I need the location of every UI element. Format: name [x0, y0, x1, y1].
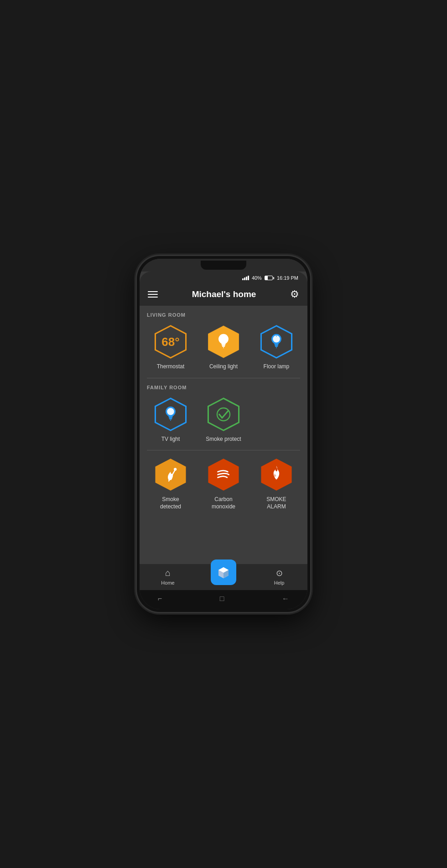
battery-percent: 40%	[252, 275, 262, 281]
svg-point-23	[167, 408, 174, 415]
floor-lamp-hex	[259, 324, 294, 360]
battery-icon	[265, 276, 274, 280]
content-area: LIVING ROOM 68° Thermostat	[140, 306, 307, 564]
svg-rect-12	[275, 345, 278, 345]
bottom-nav: ⌂ Home ⊙ Help	[140, 564, 307, 590]
floor-lamp-label: Floor lamp	[264, 363, 290, 371]
living-room-devices: 68° Thermostat	[147, 324, 300, 375]
thermostat-label: Thermostat	[157, 363, 185, 371]
svg-rect-13	[275, 346, 278, 347]
svg-point-28	[174, 468, 177, 471]
smoke-protect-device[interactable]: Smoke protect	[200, 397, 247, 443]
thermostat-hex: 68°	[153, 324, 188, 360]
help-nav-item[interactable]: ⊙ Help	[265, 568, 293, 586]
thermostat-device[interactable]: 68° Thermostat	[147, 324, 194, 371]
phone-screen: 40% 16:19 PM Michael's home ⚙ LIVING ROO…	[140, 259, 307, 609]
hamburger-line	[148, 291, 158, 292]
settings-icon[interactable]: ⚙	[290, 288, 299, 300]
carbon-monoxide-label: Carbonmonoxide	[212, 496, 235, 510]
svg-rect-3	[221, 343, 225, 345]
back-button[interactable]: ←	[282, 595, 289, 603]
svg-marker-24	[208, 398, 239, 430]
svg-rect-21	[169, 418, 172, 419]
living-room-section: LIVING ROOM 68° Thermostat	[140, 306, 307, 378]
tv-light-label: TV light	[161, 436, 180, 443]
smoke-detected-device[interactable]: Smokedetected	[147, 457, 194, 510]
home-nav-icon: ⌂	[165, 568, 171, 578]
notch	[201, 261, 246, 270]
center-nav-button[interactable]	[211, 559, 236, 585]
alerts-section: Smokedetected	[140, 450, 307, 517]
thermostat-temp: 68°	[161, 335, 179, 349]
status-bar: 40% 16:19 PM	[140, 272, 307, 283]
hamburger-line	[148, 294, 158, 295]
box-icon	[217, 565, 230, 579]
clock: 16:19 PM	[277, 275, 298, 281]
svg-rect-4	[222, 345, 225, 345]
alerts-grid: Smokedetected	[147, 457, 300, 510]
svg-rect-11	[274, 343, 278, 345]
smoke-alarm-label: SMOKEALARM	[266, 496, 286, 510]
home-button[interactable]: □	[220, 595, 224, 603]
smoke-protect-label: Smoke protect	[206, 436, 241, 443]
smoke-alarm-hex	[259, 457, 294, 492]
thermostat-value: 68°	[161, 335, 179, 349]
system-nav: ⌐ □ ←	[140, 590, 307, 609]
tv-light-device[interactable]: TV light	[147, 397, 194, 443]
menu-button[interactable]	[148, 291, 158, 298]
page-title: Michael's home	[192, 289, 256, 299]
floor-lamp-device[interactable]: Floor lamp	[253, 324, 300, 371]
help-nav-icon: ⊙	[276, 568, 283, 578]
svg-rect-5	[222, 346, 225, 347]
family-room-devices: TV light Smoke protect	[147, 397, 300, 448]
app-header: Michael's home ⚙	[140, 283, 307, 306]
carbon-monoxide-device[interactable]: Carbonmonoxide	[200, 457, 247, 510]
living-room-label: LIVING ROOM	[147, 312, 300, 318]
smoke-detected-hex	[153, 457, 188, 492]
family-room-label: FAMILY ROOM	[147, 385, 300, 390]
home-nav-item[interactable]: ⌂ Home	[154, 568, 182, 586]
ceiling-light-label: Ceiling light	[209, 363, 238, 371]
smoke-alarm-device[interactable]: SMOKEALARM	[253, 457, 300, 510]
svg-rect-20	[169, 417, 172, 418]
smoke-protect-hex	[206, 397, 241, 432]
svg-marker-29	[208, 459, 239, 491]
help-nav-label: Help	[274, 580, 285, 586]
carbon-monoxide-hex	[206, 457, 241, 492]
tv-light-hex	[153, 397, 188, 432]
smoke-detected-label: Smokedetected	[160, 496, 181, 510]
signal-icon	[242, 276, 249, 280]
home-nav-label: Home	[161, 580, 174, 586]
phone-frame: 40% 16:19 PM Michael's home ⚙ LIVING ROO…	[137, 256, 310, 612]
notch-area	[140, 259, 307, 272]
recents-button[interactable]: ⌐	[158, 595, 162, 603]
ceiling-light-hex	[206, 324, 241, 360]
ceiling-light-device[interactable]: Ceiling light	[200, 324, 247, 371]
family-room-section: FAMILY ROOM	[140, 378, 307, 450]
hamburger-line	[148, 297, 158, 298]
svg-rect-19	[168, 416, 172, 417]
